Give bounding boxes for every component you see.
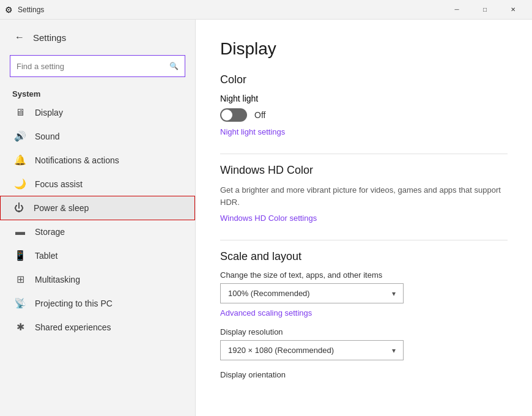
maximize-button[interactable]: □ xyxy=(471,0,499,20)
search-icon: 🔍 xyxy=(169,62,179,70)
orientation-label: Display orientation xyxy=(220,370,508,379)
resolution-dropdown[interactable]: 1920 × 1080 (Recommended) ▾ xyxy=(220,340,404,360)
titlebar-title: Settings xyxy=(18,6,44,14)
main-layout: ← Settings 🔍 System 🖥 Display 🔊 Sound 🔔 … xyxy=(0,20,532,416)
search-input[interactable] xyxy=(17,62,169,71)
divider-1 xyxy=(220,154,508,154)
hd-color-section: Windows HD Color Get a brighter and more… xyxy=(220,164,508,223)
night-light-label: Night light xyxy=(220,94,258,103)
sidebar-item-display[interactable]: 🖥 Display xyxy=(0,101,195,124)
sidebar-header: ← Settings xyxy=(0,20,195,50)
night-light-toggle-row: Off xyxy=(220,108,508,122)
scale-dropdown-wrapper: Change the size of text, apps, and other… xyxy=(220,270,508,303)
tablet-icon: 📱 xyxy=(14,250,26,261)
sidebar-item-label: Notifications & actions xyxy=(35,155,119,165)
hd-color-description: Get a brighter and more vibrant picture … xyxy=(220,184,508,208)
display-icon: 🖥 xyxy=(14,107,26,118)
multitasking-icon: ⊞ xyxy=(14,273,26,285)
resolution-dropdown-wrapper: Display resolution 1920 × 1080 (Recommen… xyxy=(220,327,508,360)
chevron-down-icon: ▾ xyxy=(392,289,396,298)
projecting-icon: 📡 xyxy=(14,297,26,309)
minimize-button[interactable]: ─ xyxy=(443,0,471,20)
titlebar-left: ⚙ Settings xyxy=(5,5,44,15)
sidebar-item-focus[interactable]: 🌙 Focus assist xyxy=(0,172,195,196)
night-light-toggle[interactable] xyxy=(220,108,247,122)
app-icon: ⚙ xyxy=(5,5,13,15)
sidebar-item-label: Shared experiences xyxy=(35,322,111,332)
scale-layout-title: Scale and layout xyxy=(220,250,508,263)
content-area: Display Color Night light Off Night ligh… xyxy=(196,20,532,416)
scale-label: Change the size of text, apps, and other… xyxy=(220,270,508,280)
sidebar-item-label: Projecting to this PC xyxy=(35,299,113,308)
close-button[interactable]: ✕ xyxy=(499,0,527,20)
resolution-value: 1920 × 1080 (Recommended) xyxy=(228,346,334,355)
sidebar-item-label: Multitasking xyxy=(35,275,80,284)
page-title: Display xyxy=(220,39,508,59)
sidebar: ← Settings 🔍 System 🖥 Display 🔊 Sound 🔔 … xyxy=(0,20,196,416)
hd-color-title: Windows HD Color xyxy=(220,164,508,177)
sidebar-item-label: Tablet xyxy=(35,251,57,261)
titlebar: ⚙ Settings ─ □ ✕ xyxy=(0,0,532,20)
night-light-row: Night light xyxy=(220,94,508,103)
storage-icon: ▬ xyxy=(14,226,26,237)
resolution-label: Display resolution xyxy=(220,327,508,336)
back-button[interactable]: ← xyxy=(12,29,27,45)
sidebar-item-projecting[interactable]: 📡 Projecting to this PC xyxy=(0,291,195,315)
sidebar-item-label: Display xyxy=(35,108,63,117)
sidebar-item-multitasking[interactable]: ⊞ Multitasking xyxy=(0,267,195,291)
shared-icon: ✱ xyxy=(14,321,26,333)
search-box[interactable]: 🔍 xyxy=(10,55,185,77)
sidebar-item-label: Focus assist xyxy=(35,179,83,189)
titlebar-controls: ─ □ ✕ xyxy=(443,0,527,20)
hd-color-link[interactable]: Windows HD Color settings xyxy=(220,214,317,223)
night-light-status: Off xyxy=(254,110,265,120)
sidebar-item-tablet[interactable]: 📱 Tablet xyxy=(0,243,195,267)
sidebar-item-power[interactable]: ⏻ Power & sleep xyxy=(0,196,195,220)
sidebar-item-sound[interactable]: 🔊 Sound xyxy=(0,124,195,148)
sidebar-item-storage[interactable]: ▬ Storage xyxy=(0,220,195,243)
color-section-title: Color xyxy=(220,73,508,86)
scale-value: 100% (Recommended) xyxy=(228,289,310,298)
color-section: Color Night light Off Night light settin… xyxy=(220,73,508,136)
chevron-down-icon-2: ▾ xyxy=(392,346,396,355)
sidebar-item-notifications[interactable]: 🔔 Notifications & actions xyxy=(0,148,195,172)
orientation-wrapper: Display orientation xyxy=(220,370,508,379)
sidebar-item-label: Storage xyxy=(35,227,65,237)
sidebar-section-title: System xyxy=(0,84,195,101)
divider-2 xyxy=(220,240,508,240)
advanced-scaling-link[interactable]: Advanced scaling settings xyxy=(220,308,508,318)
sidebar-app-title: Settings xyxy=(33,32,66,43)
sidebar-item-shared[interactable]: ✱ Shared experiences xyxy=(0,315,195,339)
sound-icon: 🔊 xyxy=(14,130,26,142)
power-icon: ⏻ xyxy=(13,202,25,214)
night-light-settings-link[interactable]: Night light settings xyxy=(220,127,285,136)
scale-dropdown[interactable]: 100% (Recommended) ▾ xyxy=(220,283,404,303)
sidebar-item-label: Sound xyxy=(35,132,59,141)
scale-layout-section: Scale and layout Change the size of text… xyxy=(220,250,508,379)
sidebar-item-label: Power & sleep xyxy=(34,203,89,213)
focus-icon: 🌙 xyxy=(14,178,26,190)
notifications-icon: 🔔 xyxy=(14,154,26,166)
